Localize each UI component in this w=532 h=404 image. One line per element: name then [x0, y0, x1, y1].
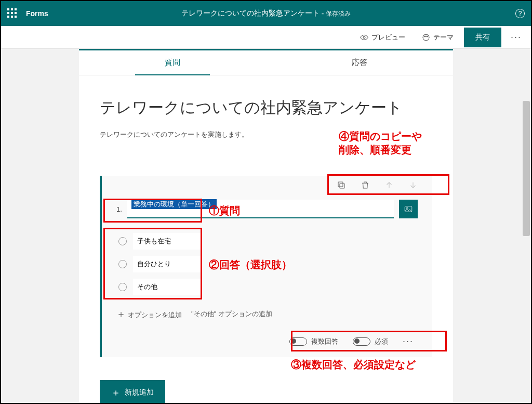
add-other-option-button[interactable]: "その他" オプションの追加 — [191, 309, 272, 319]
preview-button[interactable]: プレビュー — [354, 30, 411, 45]
header-status: 保存済み — [326, 9, 351, 18]
option-row: その他 — [116, 276, 418, 298]
option-input[interactable]: その他 — [133, 279, 201, 295]
plus-icon: ＋ — [111, 386, 121, 399]
copy-icon[interactable] — [337, 180, 346, 190]
add-option-button[interactable]: ＋オプションを追加 — [116, 308, 182, 320]
svg-point-3 — [427, 36, 428, 37]
arrow-down-icon[interactable] — [408, 180, 418, 190]
svg-point-1 — [423, 34, 429, 41]
required-toggle[interactable]: 必須 — [353, 337, 388, 346]
options-list: 子供も在宅 自分ひとり その他 — [116, 230, 418, 298]
form-card: 質問 応答 テレワークについての社内緊急アンケート テレワークについてのアンケー… — [79, 49, 453, 403]
global-header: Forms テレワークについての社内緊急アンケート - 保存済み ? — [1, 1, 531, 26]
preview-label: プレビュー — [371, 33, 405, 42]
header-form-title: テレワークについての社内緊急アンケート - 保存済み — [1, 9, 531, 18]
question-footer: 複数回答 必須 ··· — [116, 336, 418, 347]
image-icon — [404, 204, 413, 214]
svg-point-7 — [406, 207, 408, 209]
more-commands-button[interactable]: ··· — [506, 29, 527, 46]
add-new-question-button[interactable]: ＋ 新規追加 — [100, 380, 165, 403]
option-input[interactable]: 自分ひとり — [133, 256, 201, 272]
option-row: 子供も在宅 — [116, 230, 418, 253]
svg-rect-4 — [340, 184, 344, 188]
theme-button[interactable]: テーマ — [416, 30, 460, 45]
svg-point-2 — [424, 36, 425, 37]
tab-questions[interactable]: 質問 — [79, 50, 266, 75]
radio-icon — [118, 260, 127, 268]
question-number: 1. — [116, 205, 122, 213]
radio-icon — [118, 283, 127, 291]
share-button[interactable]: 共有 — [464, 28, 501, 47]
svg-rect-5 — [338, 182, 343, 187]
multiple-answers-toggle[interactable]: 複数回答 — [289, 337, 338, 346]
form-description[interactable]: テレワークについてのアンケートを実施します。 — [100, 130, 432, 139]
question-text-selected: 業務中の環境（単一回答） — [131, 199, 217, 209]
radio-icon — [118, 237, 127, 245]
theme-label: テーマ — [433, 33, 454, 42]
waffle-icon[interactable] — [7, 8, 18, 19]
multiple-answers-label: 複数回答 — [311, 337, 338, 346]
question-text-input[interactable]: 業務中の環境（単一回答） — [127, 200, 394, 218]
app-name[interactable]: Forms — [26, 9, 48, 18]
option-input[interactable]: 子供も在宅 — [133, 233, 201, 250]
header-status-sep: - — [322, 9, 324, 18]
question-toolbar — [322, 175, 432, 196]
svg-point-0 — [363, 36, 365, 38]
question-header-row: 1. 業務中の環境（単一回答） — [116, 200, 418, 218]
add-new-label: 新規追加 — [125, 388, 154, 397]
option-row: 自分ひとり — [116, 253, 418, 276]
vertical-scrollbar[interactable] — [523, 101, 530, 236]
tab-responses[interactable]: 応答 — [266, 50, 453, 75]
tabs: 質問 応答 — [79, 50, 453, 75]
add-options-row: ＋オプションを追加 "その他" オプションの追加 — [116, 308, 418, 320]
question-more-button[interactable]: ··· — [403, 336, 414, 347]
question-card: 1. 業務中の環境（単一回答） 子供も在宅 自分ひとり — [100, 176, 432, 357]
help-icon[interactable]: ? — [515, 9, 525, 18]
required-label: 必須 — [375, 337, 388, 346]
trash-icon[interactable] — [361, 180, 370, 190]
command-bar: プレビュー テーマ 共有 ··· — [1, 26, 531, 49]
palette-icon — [422, 33, 430, 42]
arrow-up-icon[interactable] — [384, 180, 394, 190]
header-form-title-text: テレワークについての社内緊急アンケート — [181, 9, 320, 18]
insert-media-button[interactable] — [399, 200, 418, 218]
work-area: 質問 応答 テレワークについての社内緊急アンケート テレワークについてのアンケー… — [1, 49, 531, 403]
eye-icon — [360, 33, 368, 42]
form-body: テレワークについての社内緊急アンケート テレワークについてのアンケートを実施しま… — [79, 75, 453, 368]
form-title[interactable]: テレワークについての社内緊急アンケート — [100, 97, 432, 119]
